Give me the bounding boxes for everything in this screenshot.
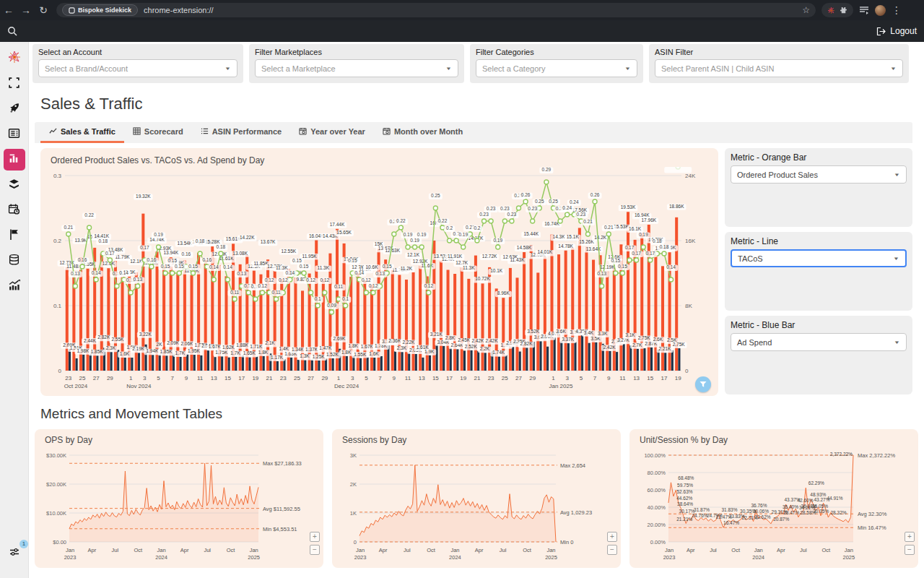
tab-sales-traffic[interactable]: Sales & Traffic xyxy=(40,122,124,143)
svg-text:16K: 16K xyxy=(685,238,696,244)
filter-select-2[interactable]: Select a Category▼ xyxy=(476,59,637,77)
svg-text:20.00%: 20.00% xyxy=(648,522,666,528)
svg-text:17: 17 xyxy=(446,375,453,381)
svg-text:0.21: 0.21 xyxy=(583,219,593,224)
svg-text:9: 9 xyxy=(607,375,611,381)
svg-text:2024: 2024 xyxy=(155,554,167,561)
puzzle-extensions-icon[interactable] xyxy=(840,7,847,14)
svg-text:Apr: Apr xyxy=(88,547,97,553)
svg-text:0.17: 0.17 xyxy=(645,251,655,256)
sidebar-item-bispoke-logo[interactable] xyxy=(4,48,25,69)
bookmark-star-icon[interactable]: ☆ xyxy=(802,5,810,15)
metric-select-0[interactable]: Ordered Product Sales▼ xyxy=(731,165,907,184)
svg-text:1: 1 xyxy=(337,375,341,381)
svg-text:1.85K: 1.85K xyxy=(91,349,104,354)
tab-label: ASIN Performance xyxy=(212,127,282,136)
svg-text:0.13: 0.13 xyxy=(71,271,80,276)
svg-text:11.91K: 11.91K xyxy=(448,254,463,259)
svg-text:Jan: Jan xyxy=(66,547,74,553)
svg-text:1.95K: 1.95K xyxy=(188,348,201,353)
metric-card-1: Metric - LineTACoS▼ xyxy=(725,232,912,311)
svg-text:Jul: Jul xyxy=(404,547,411,553)
metric-select-2[interactable]: Ad Spend▼ xyxy=(731,333,907,351)
svg-text:0.14: 0.14 xyxy=(666,264,676,269)
extensions-pill[interactable] xyxy=(821,3,853,17)
svg-text:16.1K: 16.1K xyxy=(629,226,642,231)
svg-text:0.14: 0.14 xyxy=(223,264,232,269)
svg-text:1.8K: 1.8K xyxy=(258,350,269,355)
svg-text:11: 11 xyxy=(405,375,411,381)
sidebar-item-report-rows[interactable] xyxy=(4,124,25,145)
reading-list-icon[interactable] xyxy=(859,6,869,14)
svg-text:0.11: 0.11 xyxy=(230,290,240,295)
zoom-out-button[interactable]: − xyxy=(607,545,617,555)
section2-title: Metrics and Movement Tables xyxy=(40,406,924,422)
sidebar-item-rocket[interactable] xyxy=(4,98,25,120)
address-bar[interactable]: Bispoke Sidekick chrome-extension:// ☆ xyxy=(56,3,816,17)
sidebar-item-expand[interactable] xyxy=(4,73,25,95)
sidebar-item-database[interactable] xyxy=(4,250,25,272)
svg-text:27: 27 xyxy=(93,375,100,381)
svg-text:Jan: Jan xyxy=(845,547,853,553)
svg-text:Jul: Jul xyxy=(204,547,211,553)
bispoke-extension-icon[interactable] xyxy=(827,7,835,14)
tab-year-over-year[interactable]: Year over Year xyxy=(290,122,374,143)
svg-text:2.42K: 2.42K xyxy=(486,338,499,343)
chart-filter-fab[interactable] xyxy=(695,376,711,392)
tab-asin-performance[interactable]: ASIN Performance xyxy=(192,122,291,143)
sidebar-item-calendar-clock[interactable] xyxy=(4,199,25,221)
svg-text:0.26: 0.26 xyxy=(521,192,531,197)
svg-text:0.18: 0.18 xyxy=(653,238,662,243)
tab-month-over-month[interactable]: Month over Month xyxy=(374,122,471,143)
svg-text:62.29%: 62.29% xyxy=(808,480,824,486)
zoom-out-button[interactable]: − xyxy=(310,545,320,555)
logout-button[interactable]: Logout xyxy=(876,26,917,36)
sidebar-item-sliders[interactable]: 1 xyxy=(4,543,25,564)
filter-select-0[interactable]: Select a Brand/Account▼ xyxy=(38,59,237,77)
svg-text:40.00%: 40.00% xyxy=(648,504,666,511)
svg-text:3.22K: 3.22K xyxy=(139,332,152,337)
back-button[interactable]: ← xyxy=(0,4,17,16)
svg-text:29: 29 xyxy=(529,375,536,381)
svg-text:3: 3 xyxy=(351,375,354,381)
svg-text:Jan: Jan xyxy=(450,547,459,553)
zoom-in-button[interactable]: + xyxy=(905,532,915,542)
svg-text:11.95K: 11.95K xyxy=(302,254,318,259)
svg-text:Jul: Jul xyxy=(112,547,119,553)
kebab-menu-icon[interactable]: ⋮ xyxy=(892,4,902,16)
svg-text:0.18: 0.18 xyxy=(660,244,669,249)
metric-select-1[interactable]: TACoS▼ xyxy=(731,249,907,267)
layers-icon xyxy=(8,178,20,193)
svg-text:10.1K: 10.1K xyxy=(490,268,503,273)
svg-text:25: 25 xyxy=(502,375,508,381)
svg-text:18.86K: 18.86K xyxy=(669,204,684,209)
sidebar-item-layers[interactable] xyxy=(4,174,25,196)
svg-text:1K: 1K xyxy=(350,510,357,517)
zoom-in-button[interactable]: + xyxy=(310,532,320,542)
sidebar-item-sales-charts[interactable] xyxy=(4,149,25,171)
svg-text:0: 0 xyxy=(354,539,357,545)
svg-text:0.17: 0.17 xyxy=(632,251,641,256)
svg-text:16.47%: 16.47% xyxy=(723,520,739,525)
profile-avatar[interactable] xyxy=(875,5,886,16)
sidebar-item-flag[interactable] xyxy=(4,225,25,246)
svg-text:1.71K: 1.71K xyxy=(250,344,263,349)
svg-text:14.3K: 14.3K xyxy=(553,234,566,239)
svg-text:13.67K: 13.67K xyxy=(261,239,276,244)
zoom-out-button[interactable]: − xyxy=(905,545,915,555)
filter-select-1[interactable]: Select a Marketplace▼ xyxy=(255,59,458,77)
svg-text:1.6K: 1.6K xyxy=(120,351,130,356)
zoom-in-button[interactable]: + xyxy=(607,532,617,542)
svg-text:2.8K: 2.8K xyxy=(445,335,456,340)
svg-text:68.48%: 68.48% xyxy=(678,475,694,480)
svg-text:1.37K: 1.37K xyxy=(305,347,318,352)
tab-scorecard[interactable]: Scorecard xyxy=(124,122,192,143)
svg-text:1.6K: 1.6K xyxy=(369,351,379,356)
filter-select-3[interactable]: Select Parent ASIN | Child ASIN▼ xyxy=(655,59,903,77)
search-icon[interactable] xyxy=(7,26,18,37)
reload-button[interactable]: ↻ xyxy=(35,4,52,16)
svg-text:2.06K: 2.06K xyxy=(180,341,193,346)
sidebar-item-trend-bars[interactable] xyxy=(4,275,25,297)
svg-text:3: 3 xyxy=(143,375,147,381)
forward-button[interactable]: → xyxy=(17,4,35,16)
